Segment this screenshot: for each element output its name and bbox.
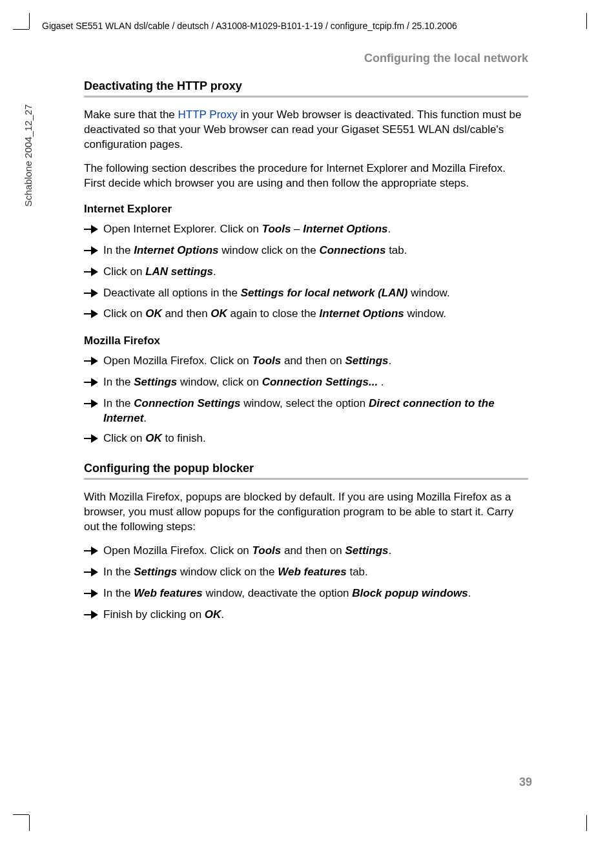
- step-item: Click on LAN settings.: [84, 265, 528, 281]
- arrow-icon: [84, 286, 103, 302]
- crop-mark: [29, 13, 30, 29]
- arrow-icon: [84, 354, 103, 370]
- arrow-icon: [84, 431, 103, 448]
- arrow-icon: [84, 375, 103, 391]
- step-text: Open Internet Explorer. Click on Tools –…: [103, 222, 528, 237]
- arrow-icon: [84, 544, 103, 560]
- section-heading-popup-blocker: Configuring the popup blocker: [84, 462, 528, 475]
- step-text: In the Connection Settings window, selec…: [103, 396, 528, 426]
- step-text: In the Settings window, click on Connect…: [103, 375, 528, 390]
- crop-mark: [586, 815, 587, 831]
- paragraph: Make sure that the HTTP Proxy in your We…: [84, 108, 528, 152]
- step-text: Click on LAN settings.: [103, 265, 528, 280]
- step-item: In the Settings window, click on Connect…: [84, 375, 528, 391]
- crop-mark: [29, 815, 30, 831]
- arrow-icon: [84, 396, 103, 413]
- step-item: Open Mozilla Firefox. Click on Tools and…: [84, 544, 528, 560]
- crop-mark: [13, 29, 29, 30]
- document-path-header: Gigaset SE551 WLAN dsl/cable / deutsch /…: [42, 21, 457, 31]
- arrow-icon: [84, 608, 103, 624]
- step-text: In the Settings window click on the Web …: [103, 565, 528, 580]
- step-item: Finish by clicking on OK.: [84, 608, 528, 624]
- step-item: Click on OK to finish.: [84, 431, 528, 448]
- step-item: Open Mozilla Firefox. Click on Tools and…: [84, 354, 528, 370]
- arrow-icon: [84, 243, 103, 260]
- arrow-icon: [84, 265, 103, 281]
- step-item: In the Connection Settings window, selec…: [84, 396, 528, 426]
- section-heading-http-proxy: Deactivating the HTTP proxy: [84, 79, 528, 93]
- step-item: Deactivate all options in the Settings f…: [84, 286, 528, 302]
- subheading-internet-explorer: Internet Explorer: [84, 203, 528, 216]
- step-text: Open Mozilla Firefox. Click on Tools and…: [103, 544, 528, 559]
- step-text: Finish by clicking on OK.: [103, 608, 528, 623]
- step-text: Click on OK to finish.: [103, 431, 528, 446]
- text: Make sure that the: [84, 108, 178, 121]
- step-text: In the Web features window, deactivate t…: [103, 586, 528, 601]
- paragraph: With Mozilla Firefox, popups are blocked…: [84, 490, 528, 535]
- page-number: 39: [519, 776, 532, 789]
- step-text: In the Internet Options window click on …: [103, 243, 528, 258]
- section-rule: [84, 96, 528, 98]
- step-item: In the Internet Options window click on …: [84, 243, 528, 260]
- step-text: Open Mozilla Firefox. Click on Tools and…: [103, 354, 528, 369]
- step-text: Deactivate all options in the Settings f…: [103, 286, 528, 301]
- section-rule: [84, 478, 528, 480]
- arrow-icon: [84, 586, 103, 602]
- running-header: Configuring the local network: [84, 52, 528, 65]
- crop-mark: [13, 814, 29, 815]
- template-version-label: Schablone 2004_12_27: [23, 105, 34, 207]
- link-http-proxy[interactable]: HTTP Proxy: [178, 108, 238, 121]
- step-item: In the Web features window, deactivate t…: [84, 586, 528, 602]
- arrow-icon: [84, 307, 103, 323]
- step-item: In the Settings window click on the Web …: [84, 565, 528, 581]
- arrow-icon: [84, 222, 103, 238]
- page-content: Configuring the local network Deactivati…: [84, 52, 528, 629]
- step-item: Click on OK and then OK again to close t…: [84, 307, 528, 323]
- crop-mark: [586, 13, 587, 29]
- arrow-icon: [84, 565, 103, 581]
- step-text: Click on OK and then OK again to close t…: [103, 307, 528, 322]
- subheading-mozilla-firefox: Mozilla Firefox: [84, 335, 528, 347]
- paragraph: The following section describes the proc…: [84, 161, 528, 191]
- step-item: Open Internet Explorer. Click on Tools –…: [84, 222, 528, 238]
